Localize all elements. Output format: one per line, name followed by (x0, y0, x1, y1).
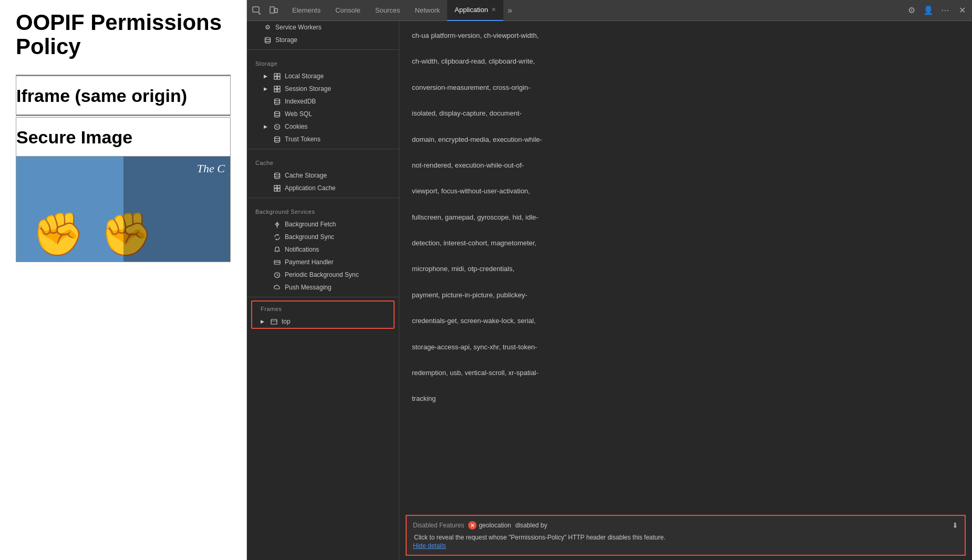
divider-2 (247, 149, 399, 149)
svg-point-16 (276, 126, 277, 127)
svg-rect-21 (274, 185, 277, 188)
db-icon-3 (273, 110, 281, 118)
svg-rect-9 (274, 86, 277, 89)
tab-application[interactable]: Application ✕ (447, 0, 503, 21)
frames-section: Frames ▶ top (251, 300, 395, 329)
grid-icon (273, 72, 281, 80)
svg-rect-11 (274, 89, 277, 92)
svg-point-19 (274, 137, 280, 139)
disabled-features-row: Disabled Features ✕ geolocation disabled… (413, 521, 958, 530)
fetch-icon (273, 221, 281, 228)
db-icon-2 (273, 98, 281, 105)
secure-image-section: Secure Image ✊ ✊ The C (16, 117, 231, 262)
sidebar-item-session-storage[interactable]: ▶ Session Storage (247, 82, 399, 95)
hide-details-link[interactable]: Hide details (413, 542, 446, 549)
device-icon[interactable] (268, 5, 278, 16)
svg-point-17 (277, 127, 278, 128)
sidebar-item-bg-sync[interactable]: Background Sync (247, 231, 399, 243)
svg-rect-2 (270, 7, 274, 13)
arrow-icon: ▶ (264, 86, 269, 91)
svg-line-31 (277, 275, 278, 276)
disabled-features-description: Click to reveal the request whose "Permi… (413, 533, 958, 542)
sidebar-item-web-sql[interactable]: Web SQL (247, 108, 399, 120)
svg-rect-10 (277, 86, 280, 89)
disabled-features-label: Disabled Features (413, 522, 464, 529)
grid-icon-2 (273, 85, 281, 92)
devtools-toolbar-icons (251, 5, 278, 16)
frames-section-header: Frames (252, 302, 394, 315)
svg-rect-5 (274, 74, 277, 76)
bg-services-header: Background Services (247, 201, 399, 218)
more-tabs-button[interactable]: » (503, 6, 516, 15)
tab-network[interactable]: Network (408, 0, 448, 21)
tab-sources[interactable]: Sources (368, 0, 408, 21)
disabled-features-bar: Disabled Features ✕ geolocation disabled… (406, 515, 966, 556)
svg-rect-12 (277, 89, 280, 92)
sidebar-item-cache-storage[interactable]: Cache Storage (247, 169, 399, 182)
tab-application-close[interactable]: ✕ (491, 6, 496, 13)
cookie-icon (273, 123, 281, 130)
arrow-icon-3: ▶ (261, 319, 266, 324)
secure-image-placeholder: ✊ ✊ The C (16, 157, 230, 262)
svg-point-15 (274, 124, 280, 129)
cache-section-header: Cache (247, 152, 399, 169)
sidebar-item-top[interactable]: ▶ top (252, 315, 394, 328)
disabled-by-text: disabled by (515, 522, 547, 529)
sidebar-item-payment-handler[interactable]: Payment Handler (247, 256, 399, 268)
sidebar-item-service-workers[interactable]: ⚙ Service Workers (247, 21, 399, 34)
user-icon[interactable]: 👤 (923, 5, 934, 16)
settings-icon[interactable]: ⚙ (906, 5, 917, 16)
page-content: OOPIF Permissions Policy Iframe (same or… (0, 0, 247, 560)
sidebar-item-periodic-bg-sync[interactable]: Periodic Background Sync (247, 268, 399, 281)
arrow-icon-2: ▶ (264, 124, 269, 129)
devtools-tabs: Elements Console Sources Network Applica… (285, 0, 906, 21)
red-x-icon: ✕ (468, 521, 477, 530)
secure-image-title: Secure Image (16, 118, 230, 157)
frame-icon (270, 318, 277, 325)
policy-text: ch-ua platform-version, ch-viewport-widt… (412, 29, 959, 406)
sidebar-item-storage-top[interactable]: Storage (247, 34, 399, 46)
storage-section-header: Storage (247, 53, 399, 70)
db-icon-4 (273, 136, 281, 143)
svg-rect-32 (271, 319, 277, 324)
sidebar-item-indexeddb[interactable]: IndexedDB (247, 95, 399, 108)
disabled-badge: ✕ geolocation (468, 521, 511, 530)
sidebar-item-trust-tokens[interactable]: Trust Tokens (247, 133, 399, 146)
page-title: OOPIF Permissions Policy (16, 11, 231, 59)
devtools-topbar: Elements Console Sources Network Applica… (247, 0, 972, 21)
close-devtools-icon[interactable]: ✕ (956, 5, 968, 16)
sidebar-item-application-cache[interactable]: Application Cache (247, 182, 399, 194)
sidebar-item-bg-fetch[interactable]: Background Fetch (247, 218, 399, 231)
divider-3 (247, 198, 399, 198)
arrow-icon: ▶ (264, 74, 269, 79)
devtools-topbar-right: ⚙ 👤 ⋯ ✕ (906, 5, 968, 16)
devtools-body: ⚙ Service Workers Storage Storage ▶ (247, 21, 972, 560)
tab-elements[interactable]: Elements (285, 0, 328, 21)
iframe-title: Iframe (same origin) (16, 75, 230, 116)
devtools-panel: Elements Console Sources Network Applica… (247, 0, 972, 560)
svg-rect-7 (274, 77, 277, 79)
image-label: The C (197, 162, 225, 175)
card-icon (273, 258, 281, 266)
download-icon[interactable]: ⬇ (952, 521, 958, 530)
db-icon (264, 36, 271, 44)
svg-point-18 (276, 127, 277, 128)
inspect-icon[interactable] (251, 5, 262, 16)
clock-icon (273, 271, 281, 278)
sidebar-item-notifications[interactable]: Notifications (247, 243, 399, 256)
svg-line-1 (259, 13, 260, 14)
svg-rect-3 (275, 8, 277, 13)
gear-icon: ⚙ (264, 24, 271, 31)
cloud-icon (273, 284, 281, 291)
db-icon-5 (273, 172, 281, 179)
svg-rect-6 (277, 74, 280, 76)
sidebar-item-cookies[interactable]: ▶ Cookies (247, 120, 399, 133)
more-options-icon[interactable]: ⋯ (939, 5, 951, 16)
tab-console[interactable]: Console (328, 0, 368, 21)
sidebar-item-local-storage[interactable]: ▶ Local Storage (247, 70, 399, 82)
svg-rect-22 (277, 185, 280, 188)
sidebar: ⚙ Service Workers Storage Storage ▶ (247, 21, 399, 560)
svg-rect-0 (253, 7, 259, 12)
sidebar-item-push-messaging[interactable]: Push Messaging (247, 281, 399, 294)
svg-point-4 (265, 37, 270, 39)
